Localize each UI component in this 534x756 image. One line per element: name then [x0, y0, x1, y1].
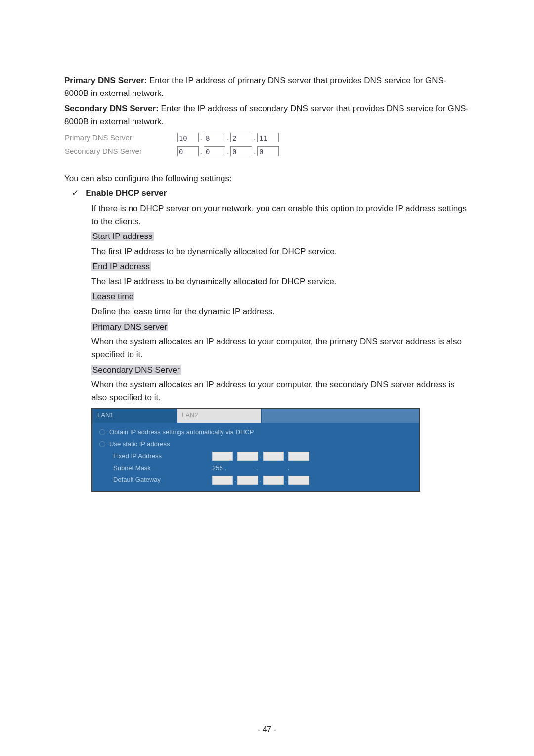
- enable-dhcp-desc: If there is no DHCP server on your netwo…: [91, 202, 470, 229]
- ip-octet-input[interactable]: 0: [257, 146, 279, 156]
- primary-dns-heading: Primary DNS server: [91, 322, 168, 331]
- ip-octet-input[interactable]: [237, 452, 258, 461]
- ip-octet-input[interactable]: 0: [204, 146, 225, 156]
- end-ip-desc: The last IP address to be dynamically al…: [91, 275, 470, 288]
- primary-dns-ip: 10.8.2.11: [177, 130, 279, 144]
- radio-obtain-dhcp[interactable]: Obtain IP address settings automatically…: [99, 427, 412, 437]
- ip-octet-input[interactable]: 11: [257, 133, 279, 142]
- ip-octet-input[interactable]: 2: [230, 133, 252, 142]
- radio-icon: [99, 429, 105, 435]
- lease-time-heading: Lease time: [91, 292, 134, 301]
- dns-input-screenshot: Primary DNS Server 10.8.2.11 Secondary D…: [64, 130, 279, 158]
- radio-static-label: Use static IP address: [109, 439, 170, 449]
- secondary-dns-heading: Secondary DNS Server: [91, 365, 181, 375]
- start-ip-desc: The first IP address to be dynamically a…: [91, 245, 470, 258]
- secondary-dns-paragraph: Secondary DNS Server: Enter the IP addre…: [64, 102, 470, 129]
- ip-octet-input[interactable]: 0: [177, 146, 199, 156]
- lease-time-desc: Define the lease time for the dynamic IP…: [91, 305, 470, 318]
- lan-body: Obtain IP address settings automatically…: [92, 423, 419, 491]
- ip-octet-input[interactable]: [212, 452, 233, 461]
- end-ip-heading: End IP address: [91, 262, 151, 271]
- fixed-ip-row: Fixed IP Address ...: [113, 451, 412, 461]
- radio-static-ip[interactable]: Use static IP address: [99, 439, 412, 449]
- ip-octet-input[interactable]: [212, 476, 233, 485]
- ip-octet-input[interactable]: 0: [230, 146, 252, 156]
- configure-lead: You can also configure the following set…: [64, 172, 470, 185]
- gateway-label: Default Gateway: [113, 475, 202, 485]
- tab-lan2[interactable]: LAN2: [177, 409, 262, 423]
- subnet-value: 255 .: [212, 463, 226, 473]
- fixed-ip-label: Fixed IP Address: [113, 451, 202, 461]
- tab-lan1[interactable]: LAN1: [92, 409, 177, 423]
- subnet-label: Subnet Mask: [113, 463, 202, 473]
- enable-dhcp-heading: Enable DHCP server: [86, 189, 167, 198]
- radio-icon: [99, 441, 105, 447]
- primary-dns-desc: When the system allocates an IP address …: [91, 335, 470, 362]
- radio-obtain-label: Obtain IP address settings automatically…: [109, 427, 254, 437]
- secondary-dns-ip: 0.0.0.0: [177, 144, 279, 158]
- lan-panel-screenshot: LAN1 LAN2 Obtain IP address settings aut…: [91, 408, 420, 492]
- subnet-row: Subnet Mask 255 . . .: [113, 463, 412, 473]
- check-icon: ✓: [72, 189, 79, 198]
- gateway-row: Default Gateway ...: [113, 475, 412, 485]
- start-ip-heading: Start IP address: [91, 232, 154, 241]
- lan-tabbar: LAN1 LAN2: [92, 409, 419, 423]
- secondary-dns-row-label: Secondary DNS Server: [64, 144, 177, 158]
- ip-octet-input[interactable]: [288, 452, 309, 461]
- ip-octet-input[interactable]: [263, 452, 284, 461]
- ip-octet-input[interactable]: [288, 476, 309, 485]
- primary-dns-row-label: Primary DNS Server: [64, 130, 177, 144]
- secondary-dns-label: Secondary DNS Server:: [64, 104, 159, 113]
- ip-octet-input[interactable]: [237, 476, 258, 485]
- page-number: - 47 -: [0, 724, 534, 736]
- ip-octet-input[interactable]: [263, 476, 284, 485]
- enable-dhcp-line: ✓ Enable DHCP server: [72, 187, 470, 200]
- primary-dns-label: Primary DNS Server:: [64, 76, 147, 85]
- ip-octet-input[interactable]: 8: [204, 133, 225, 142]
- ip-octet-input[interactable]: 10: [177, 133, 199, 142]
- secondary-dns-desc: When the system allocates an IP address …: [91, 378, 470, 405]
- primary-dns-paragraph: Primary DNS Server: Enter the IP address…: [64, 74, 470, 100]
